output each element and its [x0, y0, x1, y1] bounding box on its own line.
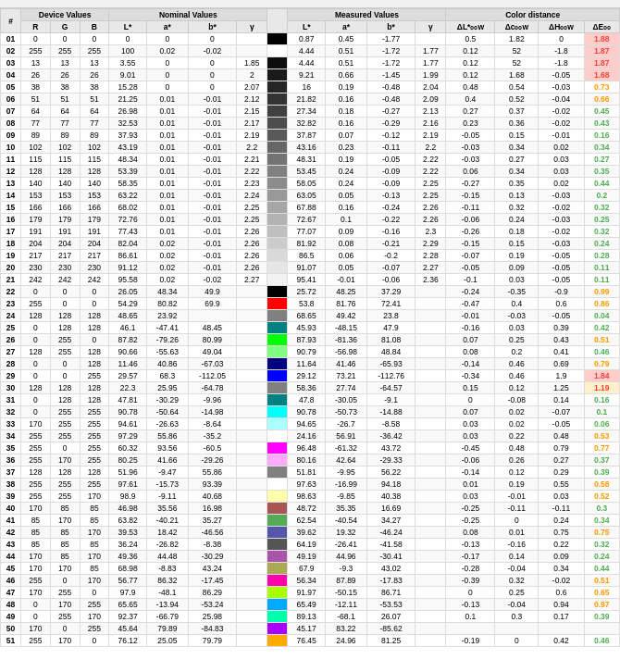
col-bnom-header: b* — [188, 21, 236, 33]
color-swatch — [267, 226, 288, 238]
dE-value: 0.25 — [584, 214, 619, 226]
table-row: 031313133.55001.854.440.51-1.721.770.125… — [1, 57, 620, 69]
table-row: 2124224224295.580.02-0.022.2795.41-0.01-… — [1, 274, 620, 286]
table-row: 46255017056.7786.32-17.4556.3487.89-17.8… — [1, 575, 620, 587]
table-row: 1314014014058.350.01-0.012.2358.050.24-0… — [1, 178, 620, 190]
color-swatch — [267, 93, 288, 106]
color-swatch — [267, 310, 288, 322]
color-swatch — [267, 491, 288, 503]
color-swatch — [267, 45, 288, 57]
table-row: 3425525525597.2955.86-35.224.1656.91-36.… — [1, 430, 620, 442]
color-swatch — [267, 418, 288, 430]
dE-value: 0.32 — [584, 539, 619, 551]
color-swatch — [267, 214, 288, 226]
table-row: 3712812812851.96-9.4755.8651.81-9.9556.2… — [1, 467, 620, 479]
dE-value: 0.39 — [584, 467, 619, 479]
table-row: 1516616616668.020.01-0.012.2567.880.16-0… — [1, 202, 620, 214]
table-row: 2200026.0548.3449.925.7248.2537.29-0.24-… — [1, 286, 620, 298]
col-anom-header: a* — [146, 21, 188, 33]
color-swatch — [267, 154, 288, 166]
color-swatch — [267, 274, 288, 286]
col-bmeas-header: b* — [366, 21, 415, 33]
dE-value: 0.58 — [584, 479, 619, 491]
dE-value: 0.1 — [584, 406, 619, 418]
dE-value: 0.66 — [584, 93, 619, 106]
color-swatch — [267, 503, 288, 515]
dE-value: 0.16 — [584, 394, 619, 406]
col-dE-header: ΔE₀₀ — [584, 21, 619, 33]
color-swatch — [267, 286, 288, 298]
dE-value: 1.84 — [584, 370, 619, 382]
data-table-container: # Device Values Nominal Values Measured … — [0, 8, 620, 647]
table-row: 042626269.010029.210.66-1.451.990.121.68… — [1, 69, 620, 81]
table-row: 451701708568.98-8.8343.2467.9-9.343.02-0… — [1, 563, 620, 575]
dE-value: 0.43 — [584, 118, 619, 130]
color-swatch — [267, 575, 288, 587]
color-swatch — [267, 130, 288, 142]
color-swatch — [267, 358, 288, 370]
dE-value: 0.11 — [584, 274, 619, 286]
dE-value: 0.79 — [584, 358, 619, 370]
color-swatch — [267, 454, 288, 467]
color-swatch — [267, 563, 288, 575]
dE-value: 0.42 — [584, 322, 619, 334]
table-row: 1212812812853.390.01-0.012.2253.450.24-0… — [1, 166, 620, 178]
dE-value: 0.28 — [584, 250, 619, 262]
color-swatch — [267, 262, 288, 274]
col-device-values-header: Device Values — [21, 9, 109, 21]
col-dH-header: ΔH₀₀w — [539, 21, 584, 33]
table-row: 3925525517098.9-9.1140.6898.63-9.8540.38… — [1, 491, 620, 503]
table-row: 31012812847.81-30.29-9.9647.8-30.05-9.10… — [1, 394, 620, 406]
section-header — [0, 0, 620, 8]
color-swatch — [267, 611, 288, 623]
dE-value: 0.3 — [584, 503, 619, 515]
col-dL-header: ΔL*₀₀w — [446, 21, 495, 33]
color-swatch — [267, 106, 288, 118]
col-ameas-header: a* — [325, 21, 366, 33]
table-row: 25012812846.1-47.4148.4545.93-48.1547.9-… — [1, 322, 620, 334]
color-swatch — [267, 178, 288, 190]
dE-value: 0.16 — [584, 130, 619, 142]
table-row: 48017025565.65-13.94-53.2465.49-12.11-53… — [1, 599, 620, 611]
table-row: 42858517039.5318.42-46.5639.6219.32-46.2… — [1, 527, 620, 539]
col-Lmeas-header: L* — [288, 21, 326, 33]
color-swatch — [267, 118, 288, 130]
table-row: 51255170076.1225.0579.7976.4524.9681.25-… — [1, 635, 620, 647]
table-row: 35255025560.3293.56-60.596.48-61.3243.72… — [1, 442, 620, 454]
color-swatch — [267, 370, 288, 382]
sub-header-row: R G B L* a* b* γ L* a* b* γ ΔL*₀₀w Δc₀₀w… — [1, 21, 620, 33]
table-row: 3625517025580.2541.66-29.2680.1642.64-29… — [1, 454, 620, 467]
color-swatch — [267, 166, 288, 178]
table-row: 010000000.870.45-1.770.51.8201.88 — [1, 33, 620, 45]
color-swatch — [267, 202, 288, 214]
dE-value: 1.87 — [584, 45, 619, 57]
dE-value: 1.68 — [584, 69, 619, 81]
table-row: 1719119119177.430.01-0.012.2677.070.09-0… — [1, 226, 620, 238]
table-row: 0651515121.250.01-0.012.1221.820.16-0.48… — [1, 93, 620, 106]
dE-value: 0.97 — [584, 599, 619, 611]
table-row: 1921721721786.610.02-0.012.2686.50.06-0.… — [1, 250, 620, 262]
table-row: 232550054.2980.8269.953.881.7672.41-0.47… — [1, 298, 620, 310]
dE-value: 0.2 — [584, 190, 619, 202]
table-body: 010000000.870.45-1.770.51.8201.880225525… — [1, 33, 620, 647]
table-row: 1820420420482.040.02-0.012.2681.920.08-0… — [1, 238, 620, 250]
color-swatch — [267, 406, 288, 418]
color-swatch — [267, 142, 288, 154]
table-row: 1010210210243.190.01-0.012.243.160.23-0.… — [1, 142, 620, 154]
col-nominal-values-header: Nominal Values — [109, 9, 267, 21]
table-row: 290025529.5768.3-112.0529.1273.21-112.76… — [1, 370, 620, 382]
table-row: 1415315315363.220.01-0.012.2463.050.05-0… — [1, 190, 620, 202]
dE-value: 0.04 — [584, 310, 619, 322]
table-row: 260255087.82-79.2680.9987.93-81.3681.080… — [1, 334, 620, 346]
dE-value — [584, 623, 619, 635]
col-measured-values-header: Measured Values — [288, 9, 446, 21]
color-swatch — [267, 33, 288, 45]
table-row: 41851708563.82-40.2135.2762.54-40.5434.2… — [1, 515, 620, 527]
color-swatch — [267, 382, 288, 394]
color-swatch — [267, 394, 288, 406]
col-Lnom-header: L* — [109, 21, 147, 33]
table-row: 32025525590.78-50.64-14.9890.78-50.73-14… — [1, 406, 620, 418]
table-row: 40170858546.9835.5616.9848.7235.3516.69-… — [1, 503, 620, 515]
dE-value: 0.32 — [584, 202, 619, 214]
dE-value: 0.75 — [584, 527, 619, 539]
